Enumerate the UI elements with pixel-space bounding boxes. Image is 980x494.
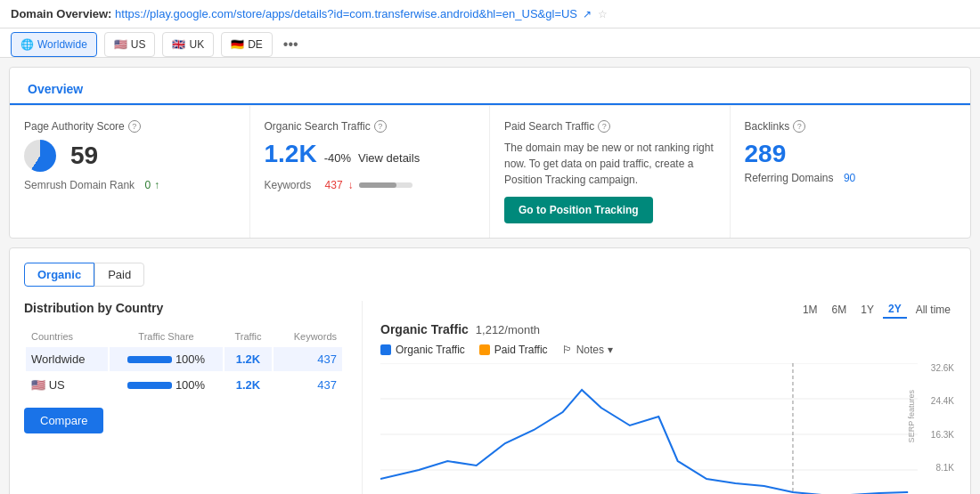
keywords-bar-fill <box>359 182 396 188</box>
keywords-down-icon: ↓ <box>348 179 354 191</box>
overview-section: Overview Page Authority Score ? 59 Semru… <box>9 67 971 239</box>
backlinks-label: Backlinks ? <box>745 120 957 133</box>
country-worldwide: Worldwide <box>26 347 108 371</box>
backlinks-value: 289 <box>745 140 957 168</box>
referring-domains: Referring Domains 90 <box>745 172 957 184</box>
time-1m-button[interactable]: 1M <box>797 301 823 319</box>
tab-de[interactable]: 🇩🇪 DE <box>221 32 273 57</box>
ref-domains-value: 90 <box>844 172 855 184</box>
flag-uk: 🇬🇧 <box>172 38 185 51</box>
paid-legend-dot <box>479 344 490 355</box>
chart-section: 1M 6M 1Y 2Y All time Organic Traffic 1,2… <box>363 301 956 494</box>
worldwide-bar <box>127 356 172 363</box>
authority-value: 59 <box>70 142 98 170</box>
overview-tab-row: Overview <box>10 68 970 105</box>
time-alltime-button[interactable]: All time <box>911 301 956 319</box>
chart-header: 1M 6M 1Y 2Y All time <box>380 301 956 319</box>
goto-position-tracking-button[interactable]: Go to Position Tracking <box>504 197 653 223</box>
external-link-icon[interactable]: ↗ <box>583 8 592 20</box>
location-tabs: 🌐 Worldwide 🇺🇸 US 🇬🇧 UK 🇩🇪 DE ••• <box>0 28 980 58</box>
legend-paid[interactable]: Paid Traffic <box>479 344 548 356</box>
page-authority-label: Page Authority Score ? <box>24 120 235 133</box>
paid-traffic-description: The domain may be new or not ranking rig… <box>504 140 715 188</box>
worldwide-keywords: 437 <box>274 347 342 371</box>
col-keywords: Keywords <box>274 328 342 345</box>
paid-traffic-label: Paid Search Traffic ? <box>504 120 715 133</box>
page-authority-card: Page Authority Score ? 59 Semrush Domain… <box>10 106 250 238</box>
paid-traffic-card: Paid Search Traffic ? The domain may be … <box>490 106 731 238</box>
worldwide-traffic: 1.2K <box>225 347 272 371</box>
legend-organic[interactable]: Organic Traffic <box>380 344 465 356</box>
authority-circle <box>24 140 56 172</box>
view-details-link[interactable]: View details <box>358 151 420 165</box>
chart-title: Organic Traffic <box>380 322 469 336</box>
organic-traffic-chart <box>380 363 956 494</box>
metrics-grid: Page Authority Score ? 59 Semrush Domain… <box>10 105 970 238</box>
domain-overview-header: Domain Overview: https://play.google.com… <box>0 0 980 28</box>
flag-us: 🇺🇸 <box>114 38 127 51</box>
notes-chevron-icon: ▾ <box>608 344 613 356</box>
distribution-title: Distribution by Country <box>24 301 344 315</box>
us-keywords: 437 <box>274 373 342 397</box>
bottom-grid: Distribution by Country Countries Traffi… <box>24 301 956 494</box>
paid-traffic-info-icon[interactable]: ? <box>598 120 610 133</box>
organic-traffic-info-icon[interactable]: ? <box>374 120 387 133</box>
compare-button[interactable]: Compare <box>24 408 103 433</box>
y-axis-labels: 32.6K 24.4K 16.3K 8.1K 0 <box>931 363 956 494</box>
toggle-row: Organic Paid <box>24 263 956 287</box>
chart-subtitle: 1,212/month <box>476 323 540 336</box>
time-buttons: 1M 6M 1Y 2Y All time <box>797 301 956 319</box>
us-traffic: 1.2K <box>225 373 272 397</box>
flag-de: 🇩🇪 <box>231 38 244 51</box>
domain-url[interactable]: https://play.google.com/store/apps/detai… <box>115 7 577 20</box>
us-share: 100% <box>110 373 222 397</box>
col-countries: Countries <box>26 328 108 345</box>
tab-worldwide[interactable]: 🌐 Worldwide <box>11 32 97 57</box>
overview-tab[interactable]: Overview <box>24 75 86 105</box>
organic-traffic-label: Organic Search Traffic ? <box>265 120 476 133</box>
table-row: 🇺🇸 US 100% 1.2K 437 <box>26 373 342 397</box>
table-row: Worldwide 100% 1.2K 437 <box>26 347 342 371</box>
semrush-rank: Semrush Domain Rank 0 ↑ <box>24 179 235 191</box>
rank-arrow-up-icon: ↑ <box>154 179 159 191</box>
tab-us[interactable]: 🇺🇸 US <box>104 32 156 57</box>
col-traffic: Traffic <box>225 328 272 345</box>
time-2y-button[interactable]: 2Y <box>883 301 907 319</box>
header-label: Domain Overview: https://play.google.com… <box>11 7 608 20</box>
distribution-section: Distribution by Country Countries Traffi… <box>24 301 363 494</box>
page-authority-info-icon[interactable]: ? <box>128 120 141 133</box>
star-icon[interactable]: ☆ <box>598 8 608 20</box>
organic-traffic-value: 1.2K <box>265 140 317 168</box>
organic-traffic-card: Organic Search Traffic ? 1.2K -40% View … <box>250 106 491 238</box>
chart-title-row: Organic Traffic 1,212/month <box>380 322 956 336</box>
keywords-value: 437 <box>325 179 343 191</box>
organic-traffic-change: -40% <box>324 151 351 165</box>
keywords-row: Keywords 437 ↓ <box>265 179 476 191</box>
time-6m-button[interactable]: 6M <box>827 301 853 319</box>
backlinks-card: Backlinks ? 289 Referring Domains 90 <box>731 106 971 238</box>
notes-flag-icon: 🏳 <box>562 344 573 356</box>
chart-wrapper: SERP features 32.6K 24.4K 16.3K 8.1K 0 <box>380 363 956 494</box>
legend-row: Organic Traffic Paid Traffic 🏳 Notes ▾ <box>380 344 956 356</box>
country-us: 🇺🇸 US <box>26 373 108 397</box>
serp-label: SERP features <box>907 390 916 442</box>
backlinks-info-icon[interactable]: ? <box>793 120 805 133</box>
worldwide-share: 100% <box>110 347 222 371</box>
worldwide-icon: 🌐 <box>20 38 34 51</box>
toggle-organic-button[interactable]: Organic <box>24 263 94 287</box>
keywords-bar-track <box>359 182 412 188</box>
tab-uk[interactable]: 🇬🇧 UK <box>162 32 214 57</box>
distribution-table: Countries Traffic Share Traffic Keywords… <box>24 326 344 399</box>
more-tabs-button[interactable]: ••• <box>280 36 302 53</box>
bottom-section: Organic Paid Distribution by Country Cou… <box>9 247 971 494</box>
col-traffic-share: Traffic Share <box>110 328 222 345</box>
organic-legend-dot <box>380 344 391 355</box>
time-1y-button[interactable]: 1Y <box>855 301 879 319</box>
toggle-paid-button[interactable]: Paid <box>94 263 144 287</box>
legend-notes[interactable]: 🏳 Notes ▾ <box>562 344 613 356</box>
us-bar <box>127 382 172 389</box>
